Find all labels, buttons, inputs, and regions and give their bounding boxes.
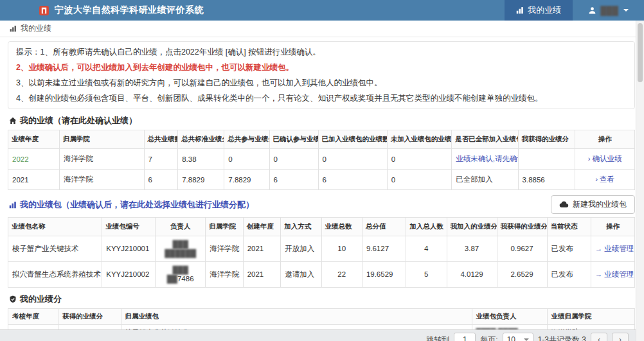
arrow-right-icon: → bbox=[595, 245, 603, 252]
notice-line-4: 4、创建的业绩包必须包含项目、平台、创新团队、成果转化类中的一个，只有论文、知识… bbox=[16, 91, 627, 106]
cell-confirmed-count: 0 bbox=[269, 149, 318, 170]
cell-college: 海洋学院 bbox=[59, 149, 144, 170]
cell-my-score: 3.8856 bbox=[518, 170, 575, 190]
column-header: 业绩包名称 bbox=[8, 218, 102, 236]
cell-joined-count: 0 bbox=[318, 149, 387, 170]
section-title-text: 我的业绩分 bbox=[20, 293, 62, 305]
cell-college: 海洋学院 bbox=[59, 170, 144, 190]
scrollbar[interactable] bbox=[636, 21, 644, 341]
column-header: 考核年度 bbox=[8, 308, 58, 324]
column-header: 归属学院 bbox=[59, 130, 144, 149]
column-header: 是否已全部加入业绩包 bbox=[452, 130, 518, 149]
cloud-icon bbox=[559, 201, 569, 208]
cell-std-score: 7.8829 bbox=[178, 170, 224, 190]
table-header-row: 考核年度 获得的业绩分 归属业绩包 业绩包负责人 业绩归属学院 bbox=[8, 308, 635, 324]
cell-join-type: 邀请加入 bbox=[281, 261, 321, 287]
table-row: 2022 海洋学院 7 8.38 0 0 0 0 业绩未确认,请先确认 ›确认业… bbox=[8, 149, 635, 170]
column-header: 创建年度 bbox=[243, 218, 281, 236]
cell-year: 2021 bbox=[243, 261, 281, 287]
new-package-button-label: 新建我的业绩包 bbox=[573, 199, 627, 210]
cell-my-get-score: 0.9627 bbox=[497, 236, 547, 262]
column-header: 未加入业绩包的业绩数 bbox=[387, 130, 451, 149]
status-badge: 已发布 bbox=[547, 236, 591, 262]
performance-manage-link[interactable]: →业绩管理 bbox=[595, 270, 634, 278]
confirm-performance-link[interactable]: ›确认业绩 bbox=[588, 155, 622, 162]
cell-manager: ███ ██7486 bbox=[156, 261, 206, 287]
performance-manage-link[interactable]: →业绩管理 bbox=[595, 245, 634, 252]
caret-down-icon bbox=[524, 338, 529, 341]
cell-not-joined-count: 0 bbox=[387, 170, 451, 190]
column-header: 业绩年度 bbox=[8, 130, 60, 149]
column-header: 加入总人数 bbox=[406, 218, 447, 236]
column-header: 我获得的业绩分 bbox=[518, 130, 575, 149]
column-header: 业绩总数 bbox=[321, 218, 362, 236]
cell-total-score: 9.6127 bbox=[362, 236, 406, 262]
column-header: 加入方式 bbox=[281, 218, 321, 236]
column-header: 操作 bbox=[575, 130, 635, 149]
cell-joined-count: 6 bbox=[318, 170, 387, 190]
chevron-right-icon: › bbox=[595, 175, 598, 183]
cell-package-code: KYYJ210001 bbox=[102, 236, 156, 262]
cell-manager: ███ ██████ bbox=[156, 236, 206, 262]
cell-my-get-score: 2.6529 bbox=[497, 261, 547, 287]
column-header: 当前状态 bbox=[547, 218, 591, 236]
table-row: 梭子蟹产业关键技术 KYYJ210001 ███ ██████ 海洋学院 202… bbox=[8, 236, 635, 262]
my-packages-table: 业绩包名称 业绩包编号 负责人 归属学院 创建年度 加入方式 业绩总数 总分值 … bbox=[8, 217, 635, 288]
navbar: 宁波大学自然科学科研业绩评价系统 我的业绩 ███ bbox=[0, 0, 644, 21]
my-performance-nav-button[interactable]: 我的业绩 bbox=[505, 0, 573, 21]
jump-label: 跳转到 bbox=[426, 335, 449, 341]
pagination: 跳转到 每页: 10 1-3共记录数 3 ‹ › bbox=[426, 333, 629, 341]
cell-my-score bbox=[518, 149, 575, 170]
column-header: 业绩包负责人 bbox=[472, 308, 547, 324]
cell-package-name: 拟穴青蟹生态系统养殖技术 bbox=[8, 261, 102, 287]
cell-part-score: 7.8829 bbox=[224, 170, 269, 190]
column-header: 总共参与业绩分 bbox=[224, 130, 269, 149]
caret-down-icon bbox=[623, 9, 629, 12]
column-header: 获得的业绩分 bbox=[58, 308, 121, 324]
jump-page-input[interactable] bbox=[454, 333, 476, 341]
notice-line-2: 2、业绩确认后，可以把业绩加入到去年创建的业绩包中，也可以新建业绩包。 bbox=[16, 60, 627, 75]
section-title-my-packages: 我的业绩包（业绩确认后，请在此处选择业绩包进行业绩分配） bbox=[9, 199, 254, 211]
new-package-button[interactable]: 新建我的业绩包 bbox=[551, 195, 635, 214]
cell-total-count: 6 bbox=[144, 170, 178, 190]
home-icon bbox=[9, 117, 17, 125]
user-name: ███ bbox=[600, 6, 618, 15]
cell-year: 2021 bbox=[243, 236, 281, 262]
section-title-my-scores: 我的业绩分 bbox=[9, 293, 635, 305]
section-title-text: 我的业绩包（业绩确认后，请在此处选择业绩包进行业绩分配） bbox=[20, 199, 254, 211]
app-title: 宁波大学自然科学科研业绩评价系统 bbox=[55, 4, 204, 16]
user-menu[interactable]: ███ bbox=[573, 6, 644, 15]
cell-college: 海洋学院 bbox=[206, 236, 244, 262]
cell-member-count: 4 bbox=[406, 236, 447, 262]
notice-line-3: 3、以前未建立过业绩包或有新的研究方向，可以新建自己的业绩包，也可以加入到其他人… bbox=[16, 75, 627, 91]
cell-total-score: 19.6529 bbox=[362, 261, 406, 287]
column-header: 已确认参与业绩数 bbox=[269, 130, 318, 149]
cell-college: 海洋学院 bbox=[206, 261, 244, 287]
breadcrumb[interactable]: 我的业绩 bbox=[0, 21, 644, 37]
footer-bar: 跳转到 每页: 10 1-3共记录数 3 ‹ › bbox=[0, 329, 644, 341]
cell-year: 2021 bbox=[8, 170, 60, 190]
column-header: 总分值 bbox=[362, 218, 406, 236]
per-page-select[interactable]: 10 bbox=[503, 333, 533, 341]
cell-my-join-score: 4.0129 bbox=[447, 261, 497, 287]
cell-member-count: 5 bbox=[406, 261, 447, 287]
column-header: 总共标准业绩分 bbox=[178, 130, 224, 149]
breadcrumb-label: 我的业绩 bbox=[21, 23, 51, 34]
app-logo-icon bbox=[39, 5, 49, 16]
prev-page-button[interactable]: ‹ bbox=[591, 333, 607, 341]
join-status-link[interactable]: 业绩未确认,请先确认 bbox=[452, 149, 518, 170]
cell-part-score: 0 bbox=[224, 149, 269, 170]
chevron-right-icon: › bbox=[588, 155, 591, 162]
column-header: 归属学院 bbox=[206, 218, 244, 236]
scrollbar-thumb[interactable] bbox=[638, 23, 643, 82]
view-link[interactable]: ›查看 bbox=[595, 175, 614, 183]
notice-line-1: 提示：1、所有教师请先确认自己的业绩，点击2022年业绩 [确认] 按钮进行业绩… bbox=[16, 44, 627, 60]
column-header: 我加入的业绩分 bbox=[447, 218, 497, 236]
cell-confirmed-count: 6 bbox=[269, 170, 318, 190]
per-page-value: 10 bbox=[507, 335, 515, 341]
cell-package-name: 梭子蟹产业关键技术 bbox=[8, 236, 102, 262]
bar-chart-icon bbox=[516, 6, 524, 14]
cell-perf-count: 10 bbox=[321, 236, 362, 262]
table-row: 拟穴青蟹生态系统养殖技术 KYYJ210002 ███ ██7486 海洋学院 … bbox=[8, 261, 635, 287]
next-page-button[interactable]: › bbox=[612, 333, 629, 341]
